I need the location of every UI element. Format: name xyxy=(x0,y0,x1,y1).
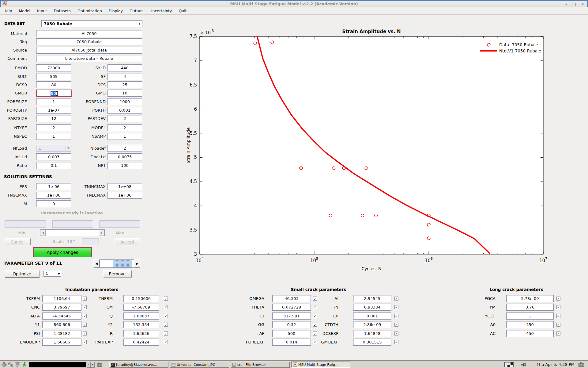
display-settings-icon[interactable] xyxy=(14,362,21,368)
nspec-input[interactable] xyxy=(36,133,71,140)
maximize-button[interactable]: ▢ xyxy=(572,2,576,6)
model-label: MODEL xyxy=(74,124,106,131)
settings-gears-icon[interactable] xyxy=(8,362,14,368)
sult-input[interactable] xyxy=(36,73,71,80)
apply-changes-button[interactable]: Apply changes xyxy=(33,247,92,257)
menu-display[interactable]: Display xyxy=(105,8,126,14)
syld-input[interactable] xyxy=(107,64,142,71)
menu-uncertainty[interactable]: Uncertainty xyxy=(146,8,175,14)
porosity-label: POROSITY xyxy=(0,107,27,114)
panel-expand-button[interactable]: ▼ xyxy=(91,362,95,368)
menu-help[interactable]: Help xyxy=(0,8,16,14)
a0-checkbox[interactable]: ✓ xyxy=(556,323,560,327)
scroll-left-icon[interactable]: ◀ xyxy=(93,259,100,268)
applications-menu-icon[interactable] xyxy=(1,362,7,368)
taskbar-window-title: [bradley@Blazer:/cavs... xyxy=(116,363,157,367)
partdev-label: PARTDEV xyxy=(74,115,106,122)
menu-input[interactable]: Input xyxy=(34,8,50,14)
desktop-pager-widget[interactable] xyxy=(29,362,86,367)
initld-input[interactable] xyxy=(36,153,71,160)
ygcf-label: YGCF xyxy=(470,312,496,320)
param-study-max-field xyxy=(100,220,140,228)
a0-input[interactable] xyxy=(506,321,554,328)
source-input[interactable] xyxy=(36,47,142,54)
svg-text:107: 107 xyxy=(539,257,547,263)
optimize-button[interactable]: Optimize xyxy=(5,270,39,278)
taskbar: • ▼ [bradley@Blazer:/cavs... Universal C… xyxy=(0,361,588,368)
partdev-input[interactable] xyxy=(107,115,142,122)
workspace-pager-icon[interactable] xyxy=(504,362,514,367)
sf-input[interactable] xyxy=(107,73,142,80)
ygcf-checkbox[interactable]: ✓ xyxy=(556,314,560,318)
m-input[interactable] xyxy=(36,200,71,207)
run-program-icon[interactable] xyxy=(21,362,27,368)
model-input[interactable] xyxy=(107,124,142,131)
finalld-input[interactable] xyxy=(107,153,142,160)
pm-checkbox[interactable]: ✓ xyxy=(556,305,560,309)
tnincmax-input[interactable] xyxy=(107,183,142,190)
ntype-input[interactable] xyxy=(36,124,71,131)
partsize-input[interactable] xyxy=(36,115,71,122)
svg-text:3: 3 xyxy=(194,251,197,257)
tnlcmax-input[interactable] xyxy=(107,192,142,199)
taskbar-window-msu-fatigue-model[interactable]: MSU Multi-Stage Fatig... xyxy=(291,362,350,368)
gmoexp-input[interactable] xyxy=(353,339,391,346)
pgca-checkbox[interactable]: ✓ xyxy=(556,297,560,301)
param-study-scrollbar: ◀ ▶ xyxy=(40,229,105,236)
gmoexp-checkbox[interactable]: ✓ xyxy=(394,340,398,344)
emod-input[interactable] xyxy=(36,64,71,71)
material-input[interactable] xyxy=(36,30,142,37)
scroll-right-icon[interactable]: ▶ xyxy=(134,259,140,268)
ac-input[interactable] xyxy=(506,330,554,337)
ac-checkbox[interactable]: ✓ xyxy=(556,332,560,335)
porennd-input[interactable] xyxy=(107,98,142,105)
taskbar-window-image-viewer[interactable]: Universal Constant.JPG xyxy=(170,362,229,368)
parameter-set-scrollbar[interactable]: ◀ ▶ xyxy=(93,259,140,268)
set-selector-dropdown[interactable]: 1 ▼ xyxy=(43,271,61,277)
nloadef-input[interactable] xyxy=(107,145,142,152)
volume-speaker-icon[interactable] xyxy=(521,362,527,368)
menu-quit[interactable]: Quit xyxy=(175,8,190,14)
dcs-input[interactable] xyxy=(107,81,142,88)
dataset-dropdown[interactable]: 7050-Rubaie ▼ xyxy=(41,20,142,27)
taskbar-window-file-browser[interactable]: src - File Browser xyxy=(231,362,290,368)
menu-output[interactable]: Output xyxy=(126,8,146,14)
solution-settings-heading: SOLUTION SETTINGS xyxy=(4,174,52,179)
svg-text:6: 6 xyxy=(194,106,197,112)
close-button[interactable]: ✕ xyxy=(581,2,584,6)
nsamp-input[interactable] xyxy=(107,133,142,140)
eps-input[interactable] xyxy=(36,183,71,190)
parameter-set-scroll-track[interactable] xyxy=(100,259,134,268)
panel-collapse-button[interactable]: • xyxy=(87,362,91,368)
poresize-input[interactable] xyxy=(36,98,71,105)
pm-input[interactable] xyxy=(506,304,554,311)
window-title: MSU Multi-Stage Fatigue Model v.2.2 (Aca… xyxy=(1,2,587,6)
minimize-button[interactable]: – xyxy=(565,2,567,6)
menu-model[interactable]: Model xyxy=(16,8,34,14)
param-study-scroll-track xyxy=(46,230,99,236)
ratio-input[interactable] xyxy=(36,162,71,169)
parameter-set-scroll-thumb[interactable] xyxy=(113,260,132,267)
tnscmax-input[interactable] xyxy=(36,192,71,199)
poreexp-label: POREEXP xyxy=(236,339,264,346)
material-label: Material xyxy=(0,30,27,37)
long-crack-title: Long crack parameters xyxy=(470,287,562,292)
remove-button[interactable]: Remove xyxy=(103,270,131,277)
taskbar-window-terminal[interactable]: [bradley@Blazer:/cavs... xyxy=(109,362,168,368)
screenshot-camera-icon[interactable] xyxy=(578,362,584,368)
comment-input[interactable] xyxy=(36,55,142,62)
gmo0-input[interactable]: 90 xyxy=(36,90,72,97)
tag-input[interactable] xyxy=(36,38,142,45)
gmo-input[interactable] xyxy=(107,90,142,97)
poresize-label: PORESIZE xyxy=(0,98,27,105)
screenshot-camera-icon[interactable] xyxy=(97,362,102,368)
poreexp-input[interactable] xyxy=(272,339,311,346)
porth-input[interactable] xyxy=(107,107,142,114)
pgca-input[interactable] xyxy=(506,295,554,302)
porosity-input[interactable] xyxy=(36,107,71,114)
dcs0-input[interactable] xyxy=(36,81,71,88)
ygcf-input[interactable] xyxy=(506,312,554,320)
menu-optimization[interactable]: Optimization xyxy=(74,8,105,14)
menu-datasets[interactable]: Datasets xyxy=(50,8,74,14)
npt-input[interactable] xyxy=(107,162,142,169)
